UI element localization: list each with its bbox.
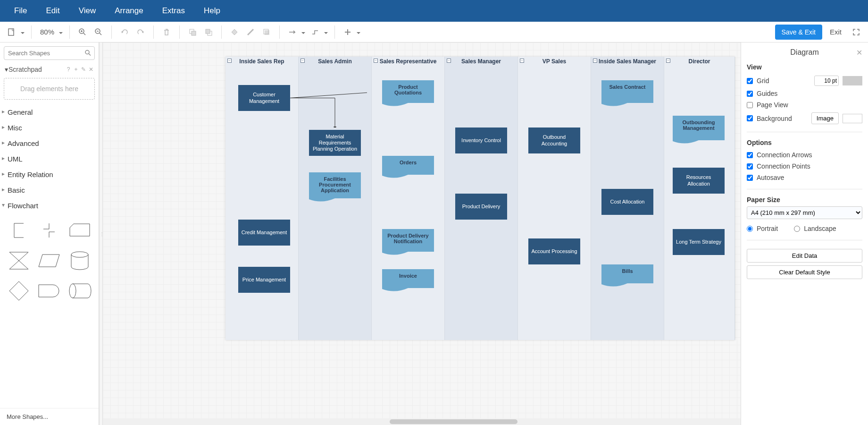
shape-stored-data[interactable] — [67, 279, 92, 303]
node-oa[interactable]: Outbound Accounting — [528, 128, 580, 153]
menu-edit[interactable]: Edit — [36, 6, 69, 16]
collapse-icon[interactable]: ▾ — [4, 66, 8, 73]
swimlane-page[interactable]: −Inside Sales Rep−Sales Admin−Sales Repr… — [225, 57, 735, 340]
chevron-down-icon[interactable] — [356, 28, 361, 35]
node-lts[interactable]: Long Term Strategy — [673, 229, 725, 255]
shape-annotation[interactable] — [7, 218, 31, 243]
node-invc[interactable]: Invoice — [382, 269, 434, 288]
autosave-checkbox[interactable] — [747, 175, 753, 181]
node-pq[interactable]: Product Quotations — [382, 80, 434, 103]
image-button[interactable]: Image — [811, 112, 839, 124]
fullscreen-icon[interactable] — [849, 25, 863, 39]
stroke-icon[interactable] — [243, 25, 258, 39]
cat-basic[interactable]: Basic — [0, 182, 99, 198]
to-front-icon[interactable] — [185, 25, 200, 39]
menu-bar: File Edit View Arrange Extras Help — [0, 0, 868, 22]
waypoint-icon[interactable] — [308, 25, 322, 39]
paper-size-select[interactable]: A4 (210 mm x 297 mm) — [747, 206, 862, 219]
node-ap[interactable]: Account Processing — [528, 238, 580, 264]
scratchpad-drop[interactable]: Drag elements here — [4, 78, 95, 100]
zoom-level[interactable]: 80% — [37, 28, 57, 36]
shape-data[interactable] — [37, 248, 61, 273]
node-cust[interactable]: Customer Management — [238, 85, 290, 111]
shape-delay[interactable] — [37, 279, 61, 303]
save-exit-button[interactable]: Save & Exit — [775, 25, 822, 40]
close-icon[interactable]: ✕ — [856, 48, 862, 57]
undo-icon[interactable] — [117, 25, 132, 39]
chevron-down-icon[interactable] — [20, 28, 25, 35]
edit-data-button[interactable]: Edit Data — [747, 249, 862, 263]
bg-color-swatch[interactable] — [843, 114, 862, 123]
canvas[interactable]: −Inside Sales Rep−Sales Admin−Sales Repr… — [103, 42, 741, 425]
shape-card[interactable] — [67, 218, 92, 243]
conn-points-checkbox[interactable] — [747, 163, 753, 170]
exit-button[interactable]: Exit — [824, 24, 847, 40]
conn-arrows-checkbox[interactable] — [747, 152, 753, 158]
delete-icon[interactable] — [159, 25, 174, 39]
to-back-icon[interactable] — [201, 25, 216, 39]
shape-annotation2[interactable] — [37, 218, 61, 243]
grid-color-swatch[interactable] — [843, 76, 862, 85]
shape-decision[interactable] — [7, 279, 31, 303]
cat-uml[interactable]: UML — [0, 151, 99, 167]
cat-entity-relation[interactable]: Entity Relation — [0, 167, 99, 182]
node-ord[interactable]: Orders — [382, 156, 434, 175]
grid-checkbox[interactable] — [747, 78, 753, 84]
chevron-down-icon[interactable] — [300, 28, 306, 35]
menu-extras[interactable]: Extras — [153, 6, 194, 16]
chevron-down-icon[interactable] — [58, 28, 64, 35]
cat-advanced[interactable]: Advanced — [0, 136, 99, 151]
portrait-radio[interactable] — [747, 226, 753, 232]
lane[interactable]: −VP Sales — [518, 57, 591, 340]
zoom-in-icon[interactable] — [75, 25, 90, 39]
sidebar-resizer[interactable] — [99, 42, 103, 425]
redo-icon[interactable] — [134, 25, 148, 39]
edit-icon[interactable]: ✎ — [80, 66, 87, 73]
landscape-radio[interactable] — [794, 226, 800, 232]
lane[interactable]: −Director — [664, 57, 735, 340]
node-pd[interactable]: Product Delivery — [455, 194, 507, 220]
cat-flowchart[interactable]: Flowchart — [0, 198, 99, 213]
horizontal-scrollbar[interactable] — [103, 418, 741, 425]
pageview-checkbox[interactable] — [747, 102, 753, 108]
guides-checkbox[interactable] — [747, 91, 753, 97]
node-sc[interactable]: Sales Contract — [601, 80, 653, 103]
node-om[interactable]: Outbounding Management — [673, 116, 725, 140]
shadow-icon[interactable] — [259, 25, 274, 39]
new-doc-icon[interactable] — [5, 25, 19, 39]
node-fpa[interactable]: Facilities Procurement Application — [309, 172, 361, 198]
menu-help[interactable]: Help — [194, 6, 230, 16]
node-bills[interactable]: Bills — [601, 264, 653, 283]
node-inv[interactable]: Inventory Control — [455, 128, 507, 153]
shape-database[interactable] — [67, 248, 92, 273]
cat-general[interactable]: General — [0, 104, 99, 120]
search-icon[interactable] — [84, 49, 91, 57]
chevron-down-icon[interactable] — [323, 28, 329, 35]
add-icon[interactable] — [341, 25, 355, 39]
clear-style-button[interactable]: Clear Default Style — [747, 265, 862, 279]
node-ca[interactable]: Cost Allocation — [601, 189, 653, 215]
node-price[interactable]: Price Management — [238, 267, 290, 293]
help-icon[interactable]: ? — [65, 66, 72, 73]
close-icon[interactable]: ✕ — [87, 66, 95, 73]
scratchpad-header[interactable]: ▾ Scratchpad ? + ✎ ✕ — [0, 64, 99, 75]
shape-collate[interactable] — [7, 248, 31, 273]
fill-icon[interactable] — [227, 25, 242, 39]
add-icon[interactable]: + — [72, 66, 80, 73]
cat-misc[interactable]: Misc — [0, 120, 99, 136]
menu-file[interactable]: File — [5, 6, 36, 16]
svg-rect-0 — [8, 29, 14, 35]
lane-header: VP Sales — [518, 58, 591, 65]
search-input[interactable] — [4, 46, 95, 60]
more-shapes[interactable]: More Shapes... — [0, 408, 99, 425]
menu-view[interactable]: View — [69, 6, 106, 16]
grid-size-input[interactable] — [814, 76, 839, 86]
node-mrp[interactable]: Material Requirements Planning Operation — [309, 130, 361, 156]
menu-arrange[interactable]: Arrange — [105, 6, 152, 16]
zoom-out-icon[interactable] — [92, 25, 106, 39]
background-checkbox[interactable] — [747, 115, 753, 121]
line-style-icon[interactable] — [285, 25, 300, 39]
node-pdn[interactable]: Product Delivery Notification — [382, 229, 434, 252]
node-ra[interactable]: Resources Allocation — [673, 168, 725, 194]
node-credit[interactable]: Credit Management — [238, 220, 290, 246]
